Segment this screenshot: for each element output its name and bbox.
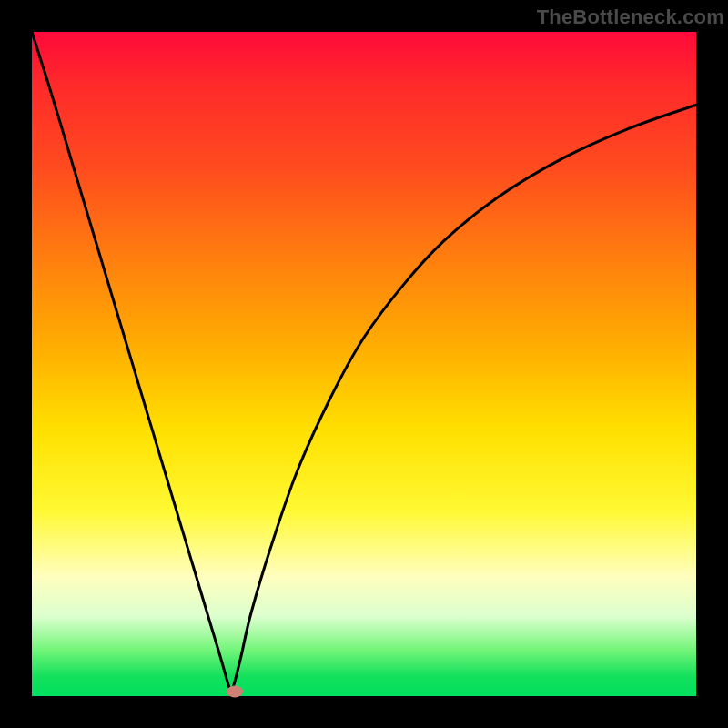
figure-root: TheBottleneck.com (0, 0, 728, 728)
minimum-marker (227, 685, 243, 697)
watermark-text: TheBottleneck.com (537, 5, 724, 29)
plot-area (32, 32, 696, 696)
bottleneck-curve (32, 32, 696, 696)
